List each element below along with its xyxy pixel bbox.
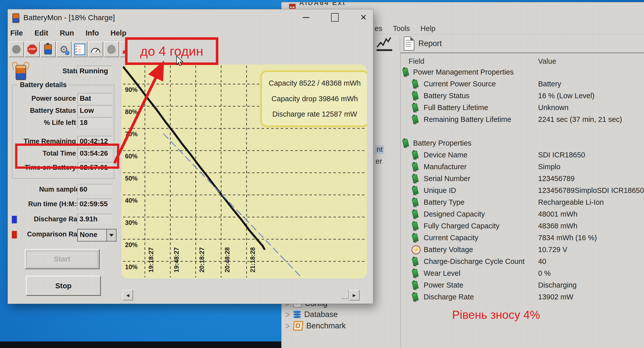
column-header-value[interactable]: Value xyxy=(538,57,556,65)
y-axis-tick-label: 70% xyxy=(125,130,138,138)
field-name: Remaining Battery Lifetime xyxy=(424,115,511,124)
table-row[interactable]: Battery Type Rechargeable Li-Ion xyxy=(400,196,643,208)
battery-icon xyxy=(412,174,419,183)
y-axis-tick-label: 60% xyxy=(125,153,138,160)
table-row[interactable]: Designed Capacity 48001 mWh xyxy=(400,208,643,220)
stop-sign-button[interactable]: STOP xyxy=(25,42,40,57)
aida64-titlebar[interactable]: AIDA64 Ext xyxy=(281,2,644,9)
field-label: Discharge Rate xyxy=(15,215,83,223)
start-button[interactable]: Start xyxy=(25,249,100,269)
table-row-group[interactable]: Battery Properties xyxy=(400,137,643,149)
field-name: Battery Voltage xyxy=(424,246,473,254)
chevron-right-icon[interactable]: > xyxy=(285,309,290,320)
table-row-group[interactable]: Power Management Properties xyxy=(400,66,643,78)
field-value: Simplo xyxy=(538,163,560,171)
tree-item-database[interactable]: > Database xyxy=(285,310,338,319)
batterymon-titlebar[interactable]: BatteryMon - [18% Charge] ✕ xyxy=(8,9,373,25)
field-name: Discharge Rate xyxy=(424,293,474,301)
y-axis-tick-label: 90% xyxy=(125,86,138,93)
stop-button[interactable]: Stop xyxy=(26,276,101,296)
shape-icon xyxy=(107,45,116,54)
close-button[interactable]: ✕ xyxy=(358,12,369,22)
table-row[interactable]: Device Name SDI ICR18650 xyxy=(400,149,643,161)
table-row[interactable]: Power State Discharging xyxy=(400,279,643,291)
battery-discharge-line xyxy=(123,66,264,249)
x-axis-tick-label: 20:18:27 xyxy=(198,247,206,272)
field-value: 48368 mWh xyxy=(538,222,577,230)
table-row[interactable]: Manufacturer Simplo xyxy=(400,161,643,173)
table-row[interactable]: Full Battery Lifetime Unknown xyxy=(400,102,643,114)
tree-item-benchmark[interactable]: > Benchmark xyxy=(285,321,346,331)
field-name: Designed Capacity xyxy=(424,210,485,218)
num-samples-field[interactable]: 60 xyxy=(77,184,112,195)
report-document-icon xyxy=(404,37,414,51)
field-value: Unknown xyxy=(538,103,569,112)
battery-icon xyxy=(412,269,419,278)
scroll-right-button[interactable]: ▶ xyxy=(349,290,359,300)
chart-info-box: Capacity 8522 / 48368 mWh Capacity drop … xyxy=(261,71,367,127)
field-value: 48001 mWh xyxy=(538,210,577,218)
dropdown-value: None xyxy=(78,229,106,241)
field-value: Battery xyxy=(538,80,561,88)
gauge-button[interactable] xyxy=(88,42,103,57)
toolbar-separator xyxy=(400,37,400,51)
tree-item-fragment-selected[interactable]: nt xyxy=(375,145,384,154)
settings-button[interactable]: ⚙ xyxy=(56,42,71,57)
table-row[interactable]: Current Capacity 7834 mWh (16 %) xyxy=(400,232,643,244)
report-button[interactable]: Report xyxy=(404,36,469,51)
maximize-button[interactable] xyxy=(330,12,340,22)
battery-icon xyxy=(412,257,419,266)
table-row[interactable]: Serial Number 123456789 xyxy=(400,173,643,185)
battery-icon xyxy=(412,222,419,230)
table-row[interactable]: Wear Level 0 % xyxy=(400,267,643,279)
menu-item-run[interactable]: Run xyxy=(60,29,74,37)
exit-button[interactable]: ✘ xyxy=(120,42,135,57)
batterymon-window: BatteryMon - [18% Charge] ✕ File Edit Ru… xyxy=(8,9,373,304)
time-remaining-field: 00:42:12 xyxy=(77,136,113,147)
x-axis-tick-label: 20:48:28 xyxy=(224,247,231,272)
battery-icon xyxy=(402,139,409,148)
battery-icon xyxy=(412,233,419,242)
field-label: Time Remaining xyxy=(8,137,76,145)
table-row[interactable]: Unique ID 123456789SimploSDI ICR18650 xyxy=(400,185,643,196)
y-axis-tick-label: 10% xyxy=(125,263,138,271)
comparison-rate-dropdown[interactable]: None xyxy=(77,229,116,241)
field-value: 0 % xyxy=(538,269,551,277)
table-row[interactable]: Remaining Battery Lifetime 2241 sec (37 … xyxy=(400,114,643,125)
menu-item-info[interactable]: Info xyxy=(86,29,99,37)
tree-item-fragment[interactable]: er xyxy=(376,157,382,165)
y-axis-tick-label: 40% xyxy=(125,197,138,204)
table-row[interactable]: Discharge Rate 13902 mW xyxy=(400,291,643,303)
scroll-left-button[interactable]: ◀ xyxy=(123,290,133,300)
chevron-down-icon xyxy=(109,234,114,239)
record-button[interactable] xyxy=(9,42,24,57)
minimize-button[interactable] xyxy=(301,12,311,22)
field-value: 40 xyxy=(538,257,546,266)
chart-horizontal-scrollbar[interactable]: ◀ ▶ xyxy=(122,289,367,299)
field-label: Run time (H:M:S) xyxy=(15,200,83,208)
table-row[interactable]: Fully Charged Capacity 48368 mWh xyxy=(400,220,643,232)
chevron-right-icon[interactable]: > xyxy=(285,321,290,331)
dropdown-arrow-button[interactable] xyxy=(106,229,116,241)
battery-icon xyxy=(412,198,419,207)
menu-item-file[interactable]: File xyxy=(10,29,23,37)
trend-chart-icon[interactable] xyxy=(376,36,396,52)
battery-info-button[interactable] xyxy=(41,42,56,57)
tree-item-label: Database xyxy=(304,310,338,319)
batterymon-app-icon xyxy=(11,12,20,23)
life-left-field: 18 xyxy=(77,117,113,128)
field-value: 123456789SimploSDI ICR18650 xyxy=(538,186,644,195)
checklist-icon: ✔—✔—✔— xyxy=(74,44,85,55)
field-name: Fully Charged Capacity xyxy=(424,222,499,230)
tools-button[interactable] xyxy=(104,42,119,57)
globe-dot-icon xyxy=(65,51,69,55)
checklist-button[interactable]: ✔—✔—✔— xyxy=(72,42,87,57)
table-row[interactable]: Current Power Source Battery xyxy=(400,78,643,90)
battery-icon xyxy=(412,91,419,100)
table-row[interactable]: ⚡ Battery Voltage 10.729 V xyxy=(400,244,643,256)
column-header-field[interactable]: Field xyxy=(409,57,424,65)
table-row[interactable]: Charge-Discharge Cycle Count 40 xyxy=(400,256,643,267)
menu-item-edit[interactable]: Edit xyxy=(34,29,48,37)
table-row[interactable]: Battery Status 16 % (Low Level) xyxy=(400,90,643,102)
menu-item-help[interactable]: Help xyxy=(110,29,126,37)
